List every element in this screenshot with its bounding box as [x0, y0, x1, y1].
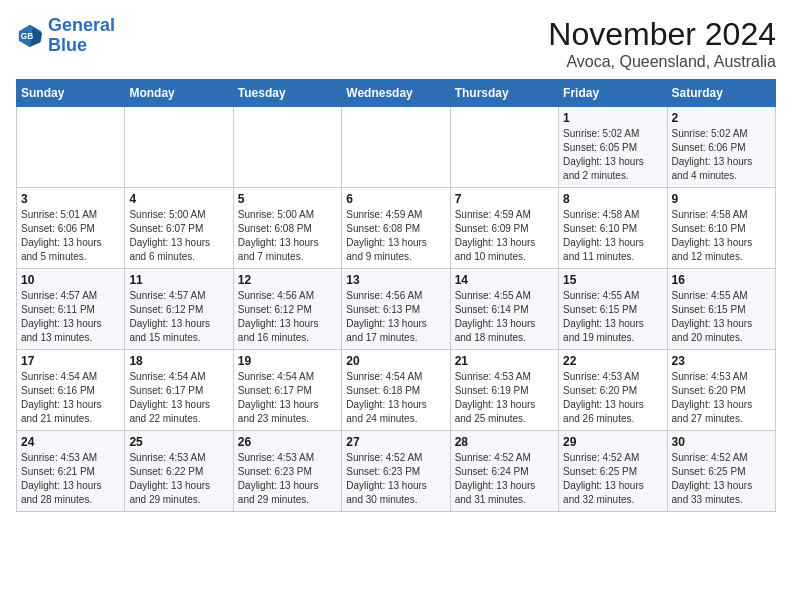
- day-cell: 11 Sunrise: 4:57 AMSunset: 6:12 PMDaylig…: [125, 269, 233, 350]
- day-cell: 22 Sunrise: 4:53 AMSunset: 6:20 PMDaylig…: [559, 350, 667, 431]
- day-cell: 16 Sunrise: 4:55 AMSunset: 6:15 PMDaylig…: [667, 269, 775, 350]
- day-number: 5: [238, 192, 337, 206]
- day-cell: 20 Sunrise: 4:54 AMSunset: 6:18 PMDaylig…: [342, 350, 450, 431]
- weekday-header-row: Sunday Monday Tuesday Wednesday Thursday…: [17, 80, 776, 107]
- day-number: 30: [672, 435, 771, 449]
- day-cell: 6 Sunrise: 4:59 AMSunset: 6:08 PMDayligh…: [342, 188, 450, 269]
- day-cell: 29 Sunrise: 4:52 AMSunset: 6:25 PMDaylig…: [559, 431, 667, 512]
- day-detail: Sunrise: 4:54 AMSunset: 6:17 PMDaylight:…: [238, 371, 319, 424]
- logo-icon: GB: [16, 22, 44, 50]
- day-number: 20: [346, 354, 445, 368]
- day-cell: 21 Sunrise: 4:53 AMSunset: 6:19 PMDaylig…: [450, 350, 558, 431]
- day-cell: [125, 107, 233, 188]
- page-header: GB General Blue November 2024 Avoca, Que…: [16, 16, 776, 71]
- header-monday: Monday: [125, 80, 233, 107]
- header-thursday: Thursday: [450, 80, 558, 107]
- day-detail: Sunrise: 4:53 AMSunset: 6:22 PMDaylight:…: [129, 452, 210, 505]
- title-area: November 2024 Avoca, Queensland, Austral…: [548, 16, 776, 71]
- day-detail: Sunrise: 4:53 AMSunset: 6:20 PMDaylight:…: [672, 371, 753, 424]
- day-detail: Sunrise: 4:57 AMSunset: 6:11 PMDaylight:…: [21, 290, 102, 343]
- day-detail: Sunrise: 4:54 AMSunset: 6:18 PMDaylight:…: [346, 371, 427, 424]
- logo-text: General Blue: [48, 16, 115, 56]
- day-number: 17: [21, 354, 120, 368]
- day-cell: 18 Sunrise: 4:54 AMSunset: 6:17 PMDaylig…: [125, 350, 233, 431]
- day-detail: Sunrise: 4:52 AMSunset: 6:23 PMDaylight:…: [346, 452, 427, 505]
- day-detail: Sunrise: 4:52 AMSunset: 6:24 PMDaylight:…: [455, 452, 536, 505]
- logo: GB General Blue: [16, 16, 115, 56]
- day-cell: [342, 107, 450, 188]
- day-number: 6: [346, 192, 445, 206]
- day-detail: Sunrise: 4:58 AMSunset: 6:10 PMDaylight:…: [563, 209, 644, 262]
- calendar-table: Sunday Monday Tuesday Wednesday Thursday…: [16, 79, 776, 512]
- day-cell: 9 Sunrise: 4:58 AMSunset: 6:10 PMDayligh…: [667, 188, 775, 269]
- week-row-5: 24 Sunrise: 4:53 AMSunset: 6:21 PMDaylig…: [17, 431, 776, 512]
- week-row-1: 1 Sunrise: 5:02 AMSunset: 6:05 PMDayligh…: [17, 107, 776, 188]
- day-detail: Sunrise: 4:54 AMSunset: 6:16 PMDaylight:…: [21, 371, 102, 424]
- day-cell: 10 Sunrise: 4:57 AMSunset: 6:11 PMDaylig…: [17, 269, 125, 350]
- header-tuesday: Tuesday: [233, 80, 341, 107]
- day-cell: 5 Sunrise: 5:00 AMSunset: 6:08 PMDayligh…: [233, 188, 341, 269]
- day-cell: 3 Sunrise: 5:01 AMSunset: 6:06 PMDayligh…: [17, 188, 125, 269]
- day-number: 23: [672, 354, 771, 368]
- day-cell: 13 Sunrise: 4:56 AMSunset: 6:13 PMDaylig…: [342, 269, 450, 350]
- day-detail: Sunrise: 4:53 AMSunset: 6:19 PMDaylight:…: [455, 371, 536, 424]
- day-detail: Sunrise: 4:57 AMSunset: 6:12 PMDaylight:…: [129, 290, 210, 343]
- header-wednesday: Wednesday: [342, 80, 450, 107]
- day-number: 4: [129, 192, 228, 206]
- day-number: 15: [563, 273, 662, 287]
- month-title: November 2024: [548, 16, 776, 53]
- day-number: 19: [238, 354, 337, 368]
- day-detail: Sunrise: 4:56 AMSunset: 6:13 PMDaylight:…: [346, 290, 427, 343]
- day-detail: Sunrise: 4:59 AMSunset: 6:09 PMDaylight:…: [455, 209, 536, 262]
- day-cell: 15 Sunrise: 4:55 AMSunset: 6:15 PMDaylig…: [559, 269, 667, 350]
- day-detail: Sunrise: 5:00 AMSunset: 6:08 PMDaylight:…: [238, 209, 319, 262]
- day-detail: Sunrise: 4:52 AMSunset: 6:25 PMDaylight:…: [563, 452, 644, 505]
- day-number: 28: [455, 435, 554, 449]
- day-cell: 30 Sunrise: 4:52 AMSunset: 6:25 PMDaylig…: [667, 431, 775, 512]
- day-number: 14: [455, 273, 554, 287]
- day-number: 10: [21, 273, 120, 287]
- day-cell: 19 Sunrise: 4:54 AMSunset: 6:17 PMDaylig…: [233, 350, 341, 431]
- day-cell: 26 Sunrise: 4:53 AMSunset: 6:23 PMDaylig…: [233, 431, 341, 512]
- day-cell: 1 Sunrise: 5:02 AMSunset: 6:05 PMDayligh…: [559, 107, 667, 188]
- day-number: 26: [238, 435, 337, 449]
- day-detail: Sunrise: 4:59 AMSunset: 6:08 PMDaylight:…: [346, 209, 427, 262]
- week-row-2: 3 Sunrise: 5:01 AMSunset: 6:06 PMDayligh…: [17, 188, 776, 269]
- day-cell: 8 Sunrise: 4:58 AMSunset: 6:10 PMDayligh…: [559, 188, 667, 269]
- week-row-4: 17 Sunrise: 4:54 AMSunset: 6:16 PMDaylig…: [17, 350, 776, 431]
- day-cell: 23 Sunrise: 4:53 AMSunset: 6:20 PMDaylig…: [667, 350, 775, 431]
- day-number: 3: [21, 192, 120, 206]
- day-detail: Sunrise: 4:53 AMSunset: 6:20 PMDaylight:…: [563, 371, 644, 424]
- day-detail: Sunrise: 4:52 AMSunset: 6:25 PMDaylight:…: [672, 452, 753, 505]
- day-number: 12: [238, 273, 337, 287]
- day-detail: Sunrise: 4:55 AMSunset: 6:15 PMDaylight:…: [563, 290, 644, 343]
- day-detail: Sunrise: 5:01 AMSunset: 6:06 PMDaylight:…: [21, 209, 102, 262]
- day-number: 22: [563, 354, 662, 368]
- day-cell: 24 Sunrise: 4:53 AMSunset: 6:21 PMDaylig…: [17, 431, 125, 512]
- header-friday: Friday: [559, 80, 667, 107]
- day-number: 29: [563, 435, 662, 449]
- day-number: 1: [563, 111, 662, 125]
- day-detail: Sunrise: 5:02 AMSunset: 6:05 PMDaylight:…: [563, 128, 644, 181]
- day-number: 27: [346, 435, 445, 449]
- day-number: 8: [563, 192, 662, 206]
- day-cell: 27 Sunrise: 4:52 AMSunset: 6:23 PMDaylig…: [342, 431, 450, 512]
- day-cell: 14 Sunrise: 4:55 AMSunset: 6:14 PMDaylig…: [450, 269, 558, 350]
- day-cell: 7 Sunrise: 4:59 AMSunset: 6:09 PMDayligh…: [450, 188, 558, 269]
- day-cell: [17, 107, 125, 188]
- location-title: Avoca, Queensland, Australia: [548, 53, 776, 71]
- day-cell: 4 Sunrise: 5:00 AMSunset: 6:07 PMDayligh…: [125, 188, 233, 269]
- day-detail: Sunrise: 4:54 AMSunset: 6:17 PMDaylight:…: [129, 371, 210, 424]
- day-detail: Sunrise: 4:56 AMSunset: 6:12 PMDaylight:…: [238, 290, 319, 343]
- header-sunday: Sunday: [17, 80, 125, 107]
- week-row-3: 10 Sunrise: 4:57 AMSunset: 6:11 PMDaylig…: [17, 269, 776, 350]
- day-detail: Sunrise: 4:58 AMSunset: 6:10 PMDaylight:…: [672, 209, 753, 262]
- day-number: 2: [672, 111, 771, 125]
- svg-text:GB: GB: [21, 31, 34, 41]
- day-detail: Sunrise: 4:55 AMSunset: 6:14 PMDaylight:…: [455, 290, 536, 343]
- day-number: 7: [455, 192, 554, 206]
- day-number: 16: [672, 273, 771, 287]
- day-number: 25: [129, 435, 228, 449]
- day-detail: Sunrise: 4:53 AMSunset: 6:21 PMDaylight:…: [21, 452, 102, 505]
- day-cell: [450, 107, 558, 188]
